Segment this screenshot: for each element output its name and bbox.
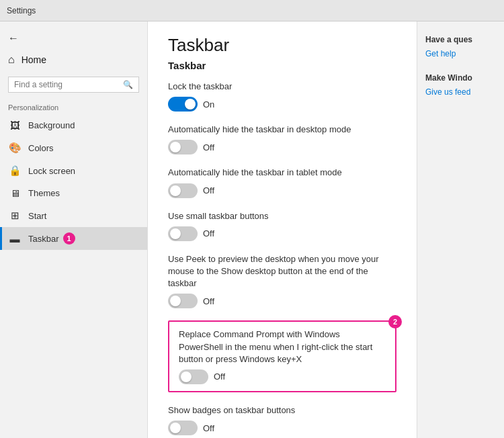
start-icon: ⊞: [8, 210, 22, 222]
badges-toggle-row: Off: [168, 421, 396, 435]
search-box[interactable]: 🔍: [8, 77, 139, 93]
badges-track: [168, 421, 198, 435]
sidebar-item-background[interactable]: 🖼 Background: [0, 114, 147, 136]
get-help-link[interactable]: Get help: [425, 48, 496, 60]
start-label: Start: [28, 211, 46, 221]
peek-track: [168, 294, 198, 308]
small-buttons-thumb: [170, 228, 181, 239]
small-buttons-toggle[interactable]: [168, 226, 198, 241]
sidebar-item-themes[interactable]: 🖥 Themes: [0, 182, 147, 204]
lock-taskbar-thumb: [185, 99, 196, 110]
auto-hide-tablet-track: [168, 183, 198, 198]
auto-hide-tablet-toggle[interactable]: [168, 183, 198, 198]
lock-taskbar-toggle-row: On: [168, 97, 396, 112]
auto-hide-desktop-track: [168, 140, 198, 155]
peek-label: Use Peek to preview the desktop when you…: [168, 253, 396, 290]
powershell-badge: 2: [388, 315, 402, 328]
small-buttons-label: Use small taskbar buttons: [168, 210, 396, 222]
taskbar-icon: ▬: [8, 233, 22, 245]
sidebar-item-home[interactable]: ⌂ Home: [0, 48, 147, 71]
give-feedback-link[interactable]: Give us feed: [425, 87, 496, 98]
auto-hide-desktop-toggle-row: Off: [168, 140, 396, 155]
sidebar-section-label: Personalization: [0, 98, 147, 114]
themes-icon: 🖥: [8, 187, 22, 199]
title-bar: Settings: [0, 0, 504, 21]
setting-lock-taskbar: Lock the taskbar On: [168, 81, 396, 112]
background-icon: 🖼: [8, 120, 22, 131]
powershell-status: Off: [214, 371, 225, 382]
setting-small-buttons: Use small taskbar buttons Off: [168, 210, 396, 241]
colors-label: Colors: [28, 143, 54, 153]
right-divider: [425, 62, 496, 73]
main-layout: ← ⌂ Home 🔍 Personalization 🖼 Background …: [0, 21, 504, 438]
back-arrow-icon: ←: [8, 32, 19, 44]
setting-auto-hide-desktop: Automatically hide the taskbar in deskto…: [168, 124, 396, 155]
auto-hide-tablet-thumb: [170, 185, 181, 196]
lock-taskbar-track: [168, 97, 198, 112]
setting-badges: Show badges on taskbar buttons Off: [168, 404, 396, 435]
taskbar-label: Taskbar: [28, 234, 59, 244]
peek-toggle[interactable]: [168, 294, 198, 308]
search-icon: 🔍: [123, 80, 133, 89]
auto-hide-tablet-toggle-row: Off: [168, 183, 396, 198]
auto-hide-desktop-label: Automatically hide the taskbar in deskto…: [168, 124, 396, 136]
setting-auto-hide-tablet: Automatically hide the taskbar in tablet…: [168, 167, 396, 198]
badges-thumb: [170, 423, 181, 433]
lock-label: Lock screen: [28, 166, 75, 176]
sidebar-item-lock-screen[interactable]: 🔒 Lock screen: [0, 159, 147, 182]
auto-hide-tablet-label: Automatically hide the taskbar in tablet…: [168, 167, 396, 179]
background-label: Background: [28, 120, 75, 130]
auto-hide-tablet-status: Off: [203, 185, 214, 195]
lock-icon: 🔒: [8, 165, 22, 177]
sidebar-item-taskbar[interactable]: ▬ Taskbar 1: [0, 227, 147, 250]
content-area: Taskbar Taskbar Lock the taskbar On Auto…: [148, 21, 417, 438]
title-bar-text: Settings: [7, 6, 36, 15]
lock-taskbar-status: On: [203, 99, 214, 110]
home-icon: ⌂: [8, 54, 15, 66]
powershell-toggle-row: Off: [179, 369, 386, 384]
auto-hide-desktop-status: Off: [203, 142, 214, 152]
lock-taskbar-toggle[interactable]: [168, 97, 198, 112]
peek-thumb: [170, 296, 181, 306]
page-title: Taskbar: [168, 35, 396, 56]
sidebar-item-colors[interactable]: 🎨 Colors: [0, 136, 147, 159]
powershell-toggle[interactable]: [179, 369, 208, 384]
colors-icon: 🎨: [8, 142, 22, 154]
badges-label: Show badges on taskbar buttons: [168, 404, 396, 417]
right-panel: Have a ques Get help Make Windo Give us …: [417, 21, 504, 438]
powershell-track: [179, 369, 208, 384]
themes-label: Themes: [28, 188, 60, 198]
powershell-thumb: [181, 371, 192, 382]
auto-hide-desktop-thumb: [170, 142, 181, 152]
right-have-question-title: Have a ques: [425, 35, 496, 44]
badges-status: Off: [203, 423, 214, 433]
taskbar-badge: 1: [63, 232, 75, 245]
small-buttons-toggle-row: Off: [168, 226, 396, 241]
lock-taskbar-label: Lock the taskbar: [168, 81, 396, 93]
back-button[interactable]: ←: [0, 28, 147, 48]
sidebar: ← ⌂ Home 🔍 Personalization 🖼 Background …: [0, 21, 148, 438]
small-buttons-status: Off: [203, 228, 214, 238]
right-make-windows-title: Make Windo: [425, 73, 496, 83]
auto-hide-desktop-toggle[interactable]: [168, 140, 198, 155]
peek-toggle-row: Off: [168, 294, 396, 308]
section-title: Taskbar: [168, 60, 396, 71]
sidebar-item-start[interactable]: ⊞ Start: [0, 204, 147, 227]
search-input[interactable]: [14, 80, 123, 89]
setting-powershell-highlighted: Replace Command Prompt with Windows Powe…: [168, 320, 396, 392]
powershell-label: Replace Command Prompt with Windows Powe…: [179, 328, 386, 365]
peek-status: Off: [203, 296, 214, 306]
home-label: Home: [22, 54, 46, 65]
small-buttons-track: [168, 226, 198, 241]
badges-toggle[interactable]: [168, 421, 198, 435]
setting-peek: Use Peek to preview the desktop when you…: [168, 253, 396, 309]
